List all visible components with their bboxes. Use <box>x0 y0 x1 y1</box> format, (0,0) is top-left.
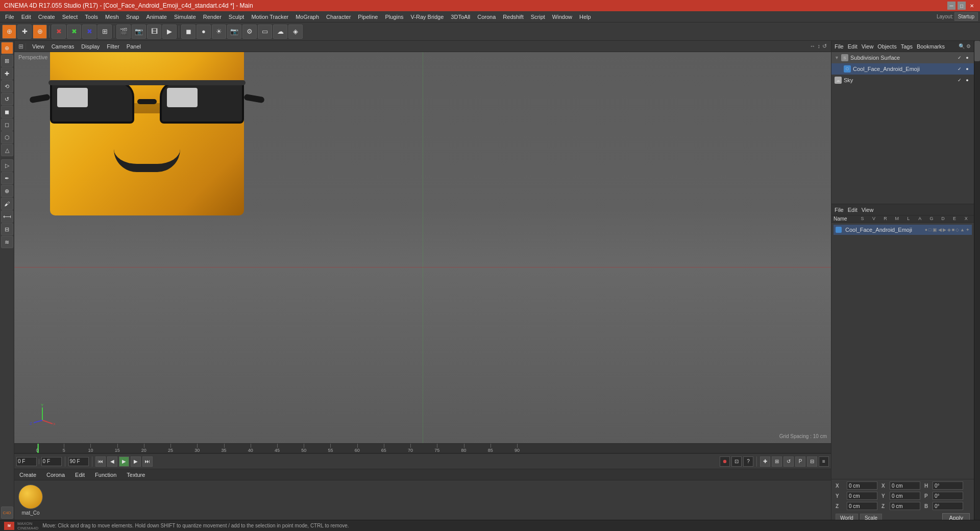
om-item-sky[interactable]: ☁ Sky ✓ ● <box>831 75 974 86</box>
attr-icon-1[interactable]: ● <box>925 227 927 232</box>
coolface-vis-check[interactable]: ✓ <box>956 65 963 73</box>
toolbar-render-active[interactable]: 📷 <box>132 25 146 39</box>
mat-menu-edit[interactable]: Edit <box>72 471 88 479</box>
attr-icon-5[interactable]: ▶ <box>943 227 946 232</box>
vp-menu-panel[interactable]: Panel <box>124 42 144 51</box>
animate-mode[interactable]: ? <box>743 456 753 467</box>
om-config-icon[interactable]: ⚙ <box>966 43 971 49</box>
toolbar-sphere[interactable]: ● <box>197 25 211 39</box>
menu-corona[interactable]: Corona <box>474 13 499 21</box>
prev-frame-button[interactable]: ◀ <box>107 456 117 467</box>
menu-3dtoall[interactable]: 3DToAll <box>448 13 473 21</box>
menu-window[interactable]: Window <box>549 13 575 21</box>
menu-file[interactable]: File <box>2 13 17 21</box>
current-frame-input[interactable] <box>16 457 37 466</box>
toolbar-deformer[interactable]: ⚙ <box>242 25 257 39</box>
toolbar-world-axis[interactable]: ⊞ <box>97 25 112 39</box>
goto-start-button[interactable]: ⏮ <box>95 456 106 467</box>
toolbar-material[interactable]: ◈ <box>288 25 303 39</box>
toolbar-light[interactable]: ☀ <box>212 25 226 39</box>
nav-play-rec[interactable]: P <box>795 456 805 467</box>
left-object-mode[interactable]: ◻ <box>1 118 13 131</box>
menu-tools[interactable]: Tools <box>82 13 101 21</box>
nav-scale[interactable]: ⊞ <box>772 456 782 467</box>
om-menu-file[interactable]: File <box>835 43 844 50</box>
menu-character[interactable]: Character <box>323 13 354 21</box>
attr-icon-6[interactable]: ◈ <box>947 227 951 232</box>
attr-menu-file[interactable]: File <box>835 207 844 213</box>
om-item-subdivision[interactable]: ▼ S Subdivision Surface ✓ ● <box>831 52 974 63</box>
nav-grid[interactable]: ⊟ <box>807 456 817 467</box>
auto-keyframe[interactable]: ⊡ <box>731 456 742 467</box>
toolbar-select-all[interactable]: ✚ <box>17 25 32 39</box>
menu-create[interactable]: Create <box>35 13 58 21</box>
toolbar-sky[interactable]: ☁ <box>273 25 287 39</box>
material-item[interactable]: mat_Co <box>18 485 43 516</box>
menu-sculpt[interactable]: Sculpt <box>226 13 248 21</box>
mat-menu-corona[interactable]: Corona <box>43 471 68 479</box>
left-mirror[interactable]: ⟻ <box>1 210 13 223</box>
menu-animate[interactable]: Animate <box>143 13 170 21</box>
nav-rotate-tl[interactable]: ↺ <box>783 456 794 467</box>
sky-vis-dot[interactable]: ● <box>964 77 971 84</box>
toolbar-rotate-z[interactable]: ✖ <box>82 25 96 39</box>
fps-input[interactable] <box>41 457 62 466</box>
toolbar-camera[interactable]: 📷 <box>227 25 241 39</box>
menu-pipeline[interactable]: Pipeline <box>355 13 381 21</box>
attr-icon-2[interactable]: □ <box>928 227 931 232</box>
end-frame-input[interactable] <box>68 457 89 466</box>
mat-menu-texture[interactable]: Texture <box>124 471 148 479</box>
coord-b-input[interactable] <box>933 502 963 510</box>
toolbar-live-select[interactable]: ⊕ <box>33 25 47 39</box>
vp-nav-rotate[interactable]: ↺ <box>822 43 827 50</box>
attr-icon-7[interactable]: ■ <box>952 227 954 232</box>
menu-redshift[interactable]: Redshift <box>500 13 526 21</box>
left-spline[interactable]: ≋ <box>1 236 13 248</box>
om-menu-edit[interactable]: Edit <box>848 43 857 50</box>
left-move-tool[interactable]: ✚ <box>1 67 13 80</box>
menu-help[interactable]: Help <box>576 13 594 21</box>
coord-x-input[interactable] <box>847 481 877 490</box>
minimize-button[interactable]: ─ <box>947 2 955 10</box>
record-button[interactable]: ⏺ <box>720 456 730 467</box>
vp-menu-display[interactable]: Display <box>78 42 103 51</box>
left-texture-mode[interactable]: ⬡ <box>1 131 13 143</box>
maximize-button[interactable]: □ <box>958 2 966 10</box>
next-frame-button[interactable]: ▶ <box>131 456 141 467</box>
om-item-cool-face[interactable]: ⬡ Cool_Face_Android_Emoji ✓ ● <box>831 63 974 75</box>
left-layers[interactable]: ⊟ <box>1 223 13 235</box>
scroll-thumb[interactable] <box>974 41 980 61</box>
menu-mesh[interactable]: Mesh <box>102 13 122 21</box>
timeline-ruler[interactable]: 051015202530354045505560657075808590 <box>14 443 831 453</box>
vp-menu-filter[interactable]: Filter <box>104 42 122 51</box>
menu-render[interactable]: Render <box>200 13 225 21</box>
attr-menu-edit[interactable]: Edit <box>848 207 857 213</box>
attr-icon-10[interactable]: ✦ <box>966 227 970 232</box>
coord-y-input[interactable] <box>847 492 877 500</box>
om-menu-tags[interactable]: Tags <box>901 43 913 50</box>
attr-menu-view[interactable]: View <box>862 207 874 213</box>
om-search-icon[interactable]: 🔍 <box>959 43 965 49</box>
menu-plugins[interactable]: Plugins <box>382 13 406 21</box>
om-menu-view[interactable]: View <box>862 43 874 50</box>
vp-nav-move[interactable]: ↔ <box>810 43 816 50</box>
attr-coolface-row[interactable]: Cool_Face_Android_Emoji ● □ ▣ ◀ ▶ ◈ ■ ◇ … <box>834 225 972 235</box>
vp-nav-zoom[interactable]: ↕ <box>818 43 821 50</box>
coolface-vis-dot[interactable]: ● <box>964 65 971 73</box>
material-preview[interactable] <box>18 485 43 509</box>
toolbar-floor[interactable]: ▭ <box>258 25 272 39</box>
vis-checkmark[interactable]: ✓ <box>956 54 963 61</box>
coord-x2-input[interactable] <box>890 481 920 490</box>
left-polygon[interactable]: ▷ <box>1 159 13 172</box>
toolbar-make-preview[interactable]: ▶ <box>162 25 177 39</box>
menu-edit[interactable]: Edit <box>18 13 34 21</box>
close-button[interactable]: ✕ <box>968 2 976 10</box>
viewport-3d[interactable]: X Y Z Perspective Grid Spacing : 10 cm <box>14 52 831 443</box>
attr-icon-8[interactable]: ◇ <box>955 227 959 232</box>
menu-motion-tracker[interactable]: Motion Tracker <box>248 13 291 21</box>
right-scrollbar[interactable] <box>974 41 980 520</box>
toolbar-move[interactable]: ⊕ <box>2 25 16 39</box>
left-model-mode[interactable]: ◼ <box>1 106 13 118</box>
left-selection-tool[interactable]: ⊞ <box>1 55 13 67</box>
toolbar-render-all[interactable]: 🎞 <box>147 25 161 39</box>
